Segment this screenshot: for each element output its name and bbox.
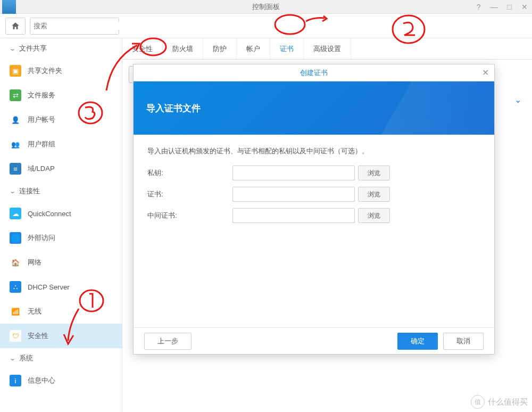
user-icon: 👤 — [10, 114, 21, 126]
watermark-text: 什么值得买 — [488, 397, 528, 407]
dhcp-icon: ∴ — [10, 281, 21, 293]
shield-icon: 🛡 — [10, 330, 21, 342]
app-icon — [2, 0, 16, 14]
row-private-key: 私钥: 浏览 — [147, 166, 480, 180]
tab-certificate[interactable]: 证书 — [270, 38, 304, 59]
label-certificate: 证书: — [147, 189, 232, 199]
dialog-banner-title: 导入证书文件 — [146, 102, 201, 114]
home-icon — [11, 21, 20, 31]
sidebar-item-wireless[interactable]: 📶无线 — [0, 299, 122, 324]
sidebar-section-file-sharing[interactable]: 文件共享 — [0, 38, 122, 59]
input-intermediate[interactable] — [232, 208, 355, 223]
create-certificate-dialog: 创建证书 ✕ 导入证书文件 导入由认证机构颁发的证书、与证书相配的私钥以及中间证… — [133, 64, 495, 355]
tab-protection[interactable]: 防护 — [203, 38, 237, 59]
wifi-icon: 📶 — [10, 306, 21, 317]
sidebar-item-dhcp[interactable]: ∴DHCP Server — [0, 275, 122, 299]
search-box[interactable] — [30, 18, 119, 35]
sidebar-item-domain-ldap[interactable]: ≡域/LDAP — [0, 156, 122, 181]
group-icon: 👥 — [10, 138, 21, 150]
sidebar-section-system[interactable]: 系统 — [0, 348, 122, 368]
row-intermediate: 中间证书: 浏览 — [147, 208, 480, 223]
browse-certificate-button[interactable]: 浏览 — [358, 187, 390, 202]
sidebar-item-group[interactable]: 👥用户群组 — [0, 132, 122, 156]
dialog-description: 导入由认证机构颁发的证书、与证书相配的私钥以及中间证书（可选）。 — [147, 146, 480, 156]
tab-account[interactable]: 帐户 — [237, 38, 270, 59]
close-icon[interactable]: ✕ — [521, 3, 528, 11]
sidebar-section-connectivity[interactable]: 连接性 — [0, 181, 122, 201]
dialog-footer: 上一步 确定 取消 — [134, 327, 494, 354]
label-private-key: 私钥: — [147, 168, 232, 178]
info-icon: i — [10, 375, 21, 386]
minimize-icon[interactable]: — — [491, 3, 498, 11]
globe-icon: 🌐 — [10, 232, 21, 244]
top-toolbar — [0, 14, 532, 38]
tab-firewall[interactable]: 防火墙 — [163, 38, 203, 59]
file-services-icon: ⇄ — [10, 89, 21, 101]
sidebar-item-security[interactable]: 🛡安全性 — [0, 324, 122, 348]
folder-icon: ▣ — [10, 65, 21, 77]
watermark: 值 什么值得买 — [471, 395, 528, 409]
sidebar-item-external-access[interactable]: 🌐外部访问 — [0, 226, 122, 250]
sidebar-item-network[interactable]: 🏠网络 — [0, 250, 122, 275]
sidebar-item-shared-folder[interactable]: ▣共享文件夹 — [0, 59, 122, 83]
tab-bar: 安全性 防火墙 防护 帐户 证书 高级设置 — [122, 38, 532, 60]
tab-security[interactable]: 安全性 — [122, 38, 163, 59]
dialog-body: 导入由认证机构颁发的证书、与证书相配的私钥以及中间证书（可选）。 私钥: 浏览 … — [134, 135, 494, 327]
ok-button[interactable]: 确定 — [397, 333, 438, 350]
input-private-key[interactable] — [232, 166, 355, 180]
browse-intermediate-button[interactable]: 浏览 — [358, 208, 390, 223]
network-icon: 🏠 — [10, 257, 21, 268]
window-title: 控制面板 — [252, 2, 280, 12]
sidebar: 文件共享 ▣共享文件夹 ⇄文件服务 👤用户帐号 👥用户群组 ≡域/LDAP 连接… — [0, 38, 122, 412]
sidebar-item-quickconnect[interactable]: ☁QuickConnect — [0, 201, 122, 226]
maximize-icon[interactable]: □ — [508, 3, 512, 11]
input-certificate[interactable] — [232, 187, 355, 202]
tab-advanced[interactable]: 高级设置 — [304, 38, 351, 59]
sidebar-item-file-services[interactable]: ⇄文件服务 — [0, 83, 122, 108]
watermark-badge: 值 — [471, 395, 485, 409]
dialog-banner: 导入证书文件 — [134, 81, 494, 135]
search-input[interactable] — [34, 22, 123, 30]
prev-button[interactable]: 上一步 — [144, 333, 192, 350]
home-button[interactable] — [5, 18, 26, 35]
dialog-close-icon[interactable]: ✕ — [482, 68, 489, 78]
browse-private-key-button[interactable]: 浏览 — [358, 166, 390, 180]
cancel-button[interactable]: 取消 — [443, 333, 484, 350]
label-intermediate: 中间证书: — [147, 211, 232, 220]
window-titlebar: 控制面板 ? — □ ✕ — [0, 0, 532, 14]
sidebar-item-user[interactable]: 👤用户帐号 — [0, 108, 122, 132]
help-icon[interactable]: ? — [477, 3, 481, 11]
chevron-down-icon[interactable]: ⌄ — [511, 93, 525, 106]
sidebar-item-info-center[interactable]: i信息中心 — [0, 368, 122, 393]
dialog-titlebar: 创建证书 ✕ — [134, 64, 494, 81]
ldap-icon: ≡ — [10, 163, 21, 175]
dialog-title: 创建证书 — [300, 68, 328, 78]
row-certificate: 证书: 浏览 — [147, 187, 480, 202]
cloud-icon: ☁ — [10, 208, 21, 219]
